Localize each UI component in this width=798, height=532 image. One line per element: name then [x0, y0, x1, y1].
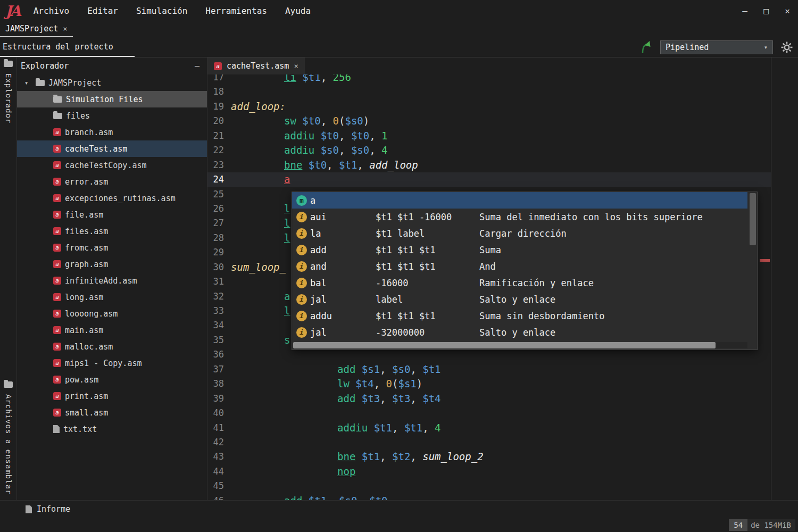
tree-item-cachetest-asm[interactable]: acacheTest.asm: [17, 140, 207, 157]
tree-item-files[interactable]: files: [17, 107, 207, 124]
run-icon[interactable]: [639, 40, 652, 54]
minimize-icon[interactable]: –: [734, 6, 755, 16]
tree-item-main-asm[interactable]: amain.asm: [17, 322, 207, 338]
tree-item-simulation-files[interactable]: Simulation Files: [17, 91, 207, 107]
tree-item-txt-txt[interactable]: txt.txt: [17, 421, 207, 437]
autocomplete-item-la[interactable]: ila$t1 labelCargar dirección: [292, 225, 747, 242]
rail-archivos-tab[interactable]: Archivos a ensamblar: [0, 381, 16, 495]
autocomplete-item-addu[interactable]: iaddu$t1 $t1 $t1Suma sin desbordamiento: [292, 307, 747, 324]
tree-item-graph-asm[interactable]: agraph.asm: [17, 256, 207, 272]
tab-jamsproject[interactable]: JAMSProject ×: [0, 21, 73, 37]
code-line-42[interactable]: 42: [207, 435, 771, 450]
code-line-21[interactable]: 21addiu $t0, $t0, 1: [207, 129, 771, 143]
menu-simulacion[interactable]: Simulación: [127, 6, 196, 16]
tree-item-file-asm[interactable]: afile.asm: [17, 206, 207, 223]
suggestion-description: Ramificación y enlace: [479, 278, 747, 288]
error-marker[interactable]: [760, 259, 770, 262]
tree-item-excepciones-rutinas-asm[interactable]: aexcepciones_rutinas.asm: [17, 190, 207, 206]
informe-label: Informe: [37, 504, 70, 514]
code-line-40[interactable]: 40: [207, 406, 771, 420]
tree-item-loooong-asm[interactable]: aloooong.asm: [17, 305, 207, 322]
autocomplete-item-aui[interactable]: iaui$t1 $t1 -16000Suma del inmediato con…: [292, 209, 747, 225]
autocomplete-item-jal[interactable]: ijallabelSalto y enlace: [292, 291, 747, 307]
line-number: 23: [207, 158, 231, 172]
scrollbar-thumb[interactable]: [293, 342, 716, 348]
code-line-24[interactable]: 24a: [207, 172, 771, 187]
left-rail: Explorador Archivos a ensamblar: [0, 57, 17, 500]
rail-archivos-label[interactable]: Archivos a ensamblar: [4, 394, 13, 495]
informe-tab[interactable]: Informe: [0, 504, 70, 514]
tree-item-infiniteadd-asm[interactable]: ainfiniteAdd.asm: [17, 272, 207, 289]
menu-herramientas[interactable]: Herramientas: [196, 6, 276, 16]
asm-file-icon: a: [53, 326, 61, 334]
toolbar-right: Pipelined ▾: [639, 40, 798, 54]
tree-item-jamsproject[interactable]: ▾JAMSProject: [17, 74, 207, 91]
tree-item-pow-asm[interactable]: apow.asm: [17, 371, 207, 388]
code-line-38[interactable]: 38lw $t4, 0($s1): [207, 377, 771, 391]
tree-item-small-asm[interactable]: asmall.asm: [17, 404, 207, 421]
rail-explorador-tab[interactable]: Explorador: [0, 61, 16, 123]
code-line-46[interactable]: 46add $t1, $s0, $t0: [207, 494, 771, 500]
tree-item-label: cacheTest.asm: [65, 144, 127, 154]
maximize-icon[interactable]: □: [755, 6, 777, 16]
suggestion-name: jal: [310, 294, 376, 305]
autocomplete-item-add[interactable]: iadd$t1 $t1 $t1Suma: [292, 242, 747, 258]
gear-icon[interactable]: [781, 41, 793, 53]
line-number: 36: [207, 347, 231, 362]
close-icon[interactable]: ×: [63, 24, 67, 33]
tree-item-long-asm[interactable]: along.asm: [17, 289, 207, 305]
code-line-39[interactable]: 39add $t3, $t3, $t4: [207, 392, 771, 406]
code-line-37[interactable]: 37add $s1, $s0, $t1: [207, 362, 771, 377]
rail-explorador-label[interactable]: Explorador: [4, 73, 13, 123]
memory-indicator[interactable]: 54 de 154MiB: [729, 519, 795, 531]
tab-cachetest-asm[interactable]: a cacheTest.asm ×: [207, 57, 305, 74]
autocomplete-vertical-scrollbar[interactable]: [750, 193, 756, 340]
tree-item-error-asm[interactable]: aerror.asm: [17, 173, 207, 190]
code-line-20[interactable]: 20sw $t0, 0($s0): [207, 114, 771, 128]
code-line-41[interactable]: 41addiu $t1, $t1, 4: [207, 421, 771, 435]
suggestion-name: bal: [310, 278, 376, 288]
close-icon[interactable]: ×: [294, 62, 298, 70]
tree-item-label: excepciones_rutinas.asm: [65, 194, 176, 203]
code-line-44[interactable]: 44nop: [207, 464, 771, 479]
code-line-18[interactable]: 18: [207, 85, 771, 99]
tree-item-label: Simulation Files: [66, 95, 143, 104]
asm-file-icon: a: [53, 161, 61, 169]
collapse-icon[interactable]: —: [195, 61, 200, 71]
tab-estructura-del-proyecto[interactable]: Estructura del protecto: [0, 37, 135, 57]
tree-item-files-asm[interactable]: afiles.asm: [17, 223, 207, 239]
code-line-22[interactable]: 22addiu $s0, $s0, 4: [207, 143, 771, 157]
suggestion-name: add: [310, 245, 376, 255]
project-tab-label: JAMSProject: [5, 24, 58, 34]
menu-editar[interactable]: Editar: [78, 6, 127, 16]
line-number: 22: [207, 143, 231, 157]
code-line-45[interactable]: 45: [207, 479, 771, 493]
close-icon[interactable]: ✕: [777, 6, 798, 16]
autocomplete-horizontal-scrollbar[interactable]: [293, 342, 747, 348]
tree-item-mips1-copy-asm[interactable]: amips1 - Copy.asm: [17, 355, 207, 371]
suggestion-description: Suma del inmediato con los bits superior…: [479, 212, 747, 222]
line-number: 18: [207, 85, 231, 99]
tree-item-branch-asm[interactable]: abranch.asm: [17, 124, 207, 140]
chevron-down-icon[interactable]: ▾: [24, 79, 32, 87]
autocomplete-item-a[interactable]: ma: [292, 192, 747, 209]
autocomplete-item-jal[interactable]: ijal-32000000Salto y enlace: [292, 324, 747, 340]
tree-item-print-asm[interactable]: aprint.asm: [17, 388, 207, 404]
pipeline-select[interactable]: Pipelined ▾: [660, 40, 773, 54]
tree-item-label: loooong.asm: [65, 309, 118, 319]
code-text: l: [231, 304, 290, 318]
tree-item-label: infiniteAdd.asm: [65, 276, 137, 286]
code-line-43[interactable]: 43bne $t1, $t2, sum_loop_2: [207, 450, 771, 464]
line-number: 34: [207, 318, 231, 332]
tree-item-cachetestcopy-asm[interactable]: acacheTestCopy.asm: [17, 157, 207, 173]
autocomplete-item-and[interactable]: iand$t1 $t1 $t1And: [292, 258, 747, 275]
code-line-19[interactable]: 19add_loop:: [207, 99, 771, 114]
autocomplete-item-bal[interactable]: ibal-16000Ramificación y enlace: [292, 275, 747, 291]
tree-item-malloc-asm[interactable]: amalloc.asm: [17, 338, 207, 355]
scrollbar-thumb[interactable]: [750, 193, 756, 245]
menu-ayuda[interactable]: Ayuda: [276, 6, 320, 16]
menu-archivo[interactable]: Archivo: [24, 6, 78, 16]
code-line-23[interactable]: 23bne $t0, $t1, add_loop: [207, 158, 771, 172]
tree-item-fromc-asm[interactable]: afromc.asm: [17, 239, 207, 256]
line-number: 46: [207, 494, 231, 500]
